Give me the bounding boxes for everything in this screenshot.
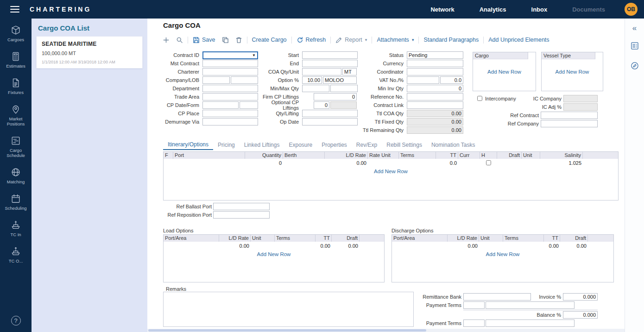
tab-itinerary-options[interactable]: Itinerary/Options [163, 140, 213, 150]
load-options-row[interactable]: 0.00 0.00 0.00 [164, 242, 384, 250]
vat-pct-input[interactable] [440, 76, 463, 84]
reference-no-input[interactable] [407, 93, 463, 100]
mst-contract-input[interactable] [202, 60, 258, 67]
option-type-input[interactable] [323, 76, 357, 84]
sidebar-item-cargo-schedule[interactable]: Cargo Schedule [0, 136, 32, 158]
tab-linked-liftings[interactable]: Linked Liftings [240, 140, 284, 150]
attachments-button[interactable]: Attachments ▾ [373, 37, 417, 43]
option-pct-input[interactable] [302, 76, 322, 84]
save-button[interactable]: Save [189, 37, 219, 44]
sidebar-item-estimates[interactable]: Estimates [0, 51, 32, 69]
col-header[interactable]: TT [316, 235, 332, 242]
col-header[interactable]: Port/Area [164, 235, 219, 242]
col-header[interactable]: Rate Unit [368, 152, 399, 159]
col-header[interactable]: Quantity [245, 152, 283, 159]
contract-link-input[interactable] [407, 101, 463, 109]
user-avatar[interactable]: OB [625, 3, 638, 16]
tab-properties[interactable]: Properties [317, 140, 352, 150]
cp-place-input[interactable] [202, 110, 258, 117]
col-header[interactable]: TT [544, 235, 560, 242]
remarks-textarea[interactable] [163, 292, 414, 327]
demurrage-via-input[interactable] [202, 118, 258, 125]
currency-input[interactable] [407, 60, 463, 67]
payment-terms-code-input[interactable] [463, 301, 485, 309]
sidebar-item-scheduling[interactable]: Scheduling [0, 194, 32, 211]
coa-list-item[interactable]: SEATIDE MARITIME 100,000.00 MT 1/1/2018 … [36, 36, 143, 69]
col-header[interactable]: L/D Rate [448, 235, 479, 242]
intercompany-checkbox[interactable] [477, 96, 482, 101]
optional-cp-liftings-input[interactable] [314, 101, 329, 109]
min-inv-qty-input[interactable] [407, 85, 463, 92]
tab-rev-exp[interactable]: Rev/Exp [352, 140, 382, 150]
expand-panel-button[interactable]: « [632, 24, 637, 32]
help-button[interactable]: ? [0, 316, 32, 326]
cp-form-input[interactable] [240, 101, 258, 109]
col-header[interactable]: Unit [522, 152, 540, 159]
nav-analytics[interactable]: Analytics [480, 6, 506, 13]
discharge-options-add-new-row-link[interactable]: Add New Row [392, 251, 613, 257]
col-header[interactable]: Terms [399, 152, 436, 159]
load-options-add-new-row-link[interactable]: Add New Row [164, 251, 384, 257]
delete-button[interactable] [232, 37, 246, 44]
properties-panel-button[interactable] [630, 41, 639, 52]
nav-inbox[interactable]: Inbox [531, 6, 548, 13]
department-input[interactable] [202, 85, 258, 92]
nav-network[interactable]: Network [430, 6, 454, 13]
status-input[interactable] [407, 51, 463, 59]
ref-ballast-port-input[interactable] [213, 203, 270, 210]
col-header[interactable]: Port [173, 152, 245, 159]
firm-cp-liftings-input[interactable] [314, 93, 357, 100]
col-header[interactable]: Unit [479, 235, 503, 242]
col-header[interactable]: Draft [497, 152, 522, 159]
ref-company-input[interactable] [541, 120, 598, 127]
payment-terms2-desc-input[interactable] [486, 319, 575, 327]
itinerary-row[interactable]: 0 0.00 0.0 1.025 [164, 159, 618, 167]
col-header[interactable]: H [480, 152, 497, 159]
col-header[interactable]: L/D Rate [219, 235, 251, 242]
itinerary-add-new-row-link[interactable]: Add New Row [164, 169, 618, 174]
col-header[interactable]: Port/Area [392, 235, 448, 242]
payment-terms-desc-input[interactable] [486, 301, 575, 309]
col-header[interactable]: F [164, 152, 173, 159]
qty-lifting-input[interactable] [302, 110, 358, 117]
op-date-input[interactable] [302, 118, 358, 125]
vessel-type-add-new-row-link[interactable]: Add New Row [542, 69, 603, 75]
contract-id-dropdown[interactable]: ▼ [202, 51, 258, 59]
start-date-input[interactable] [302, 51, 358, 59]
col-header[interactable]: Terms [503, 235, 544, 242]
tab-nomination-tasks[interactable]: Nomination Tasks [427, 140, 480, 150]
company-input[interactable] [202, 76, 230, 84]
min-qty-input[interactable] [302, 85, 329, 92]
scrollbar-thumb[interactable] [148, 329, 426, 332]
cp-date-input[interactable] [202, 101, 239, 109]
add-button[interactable] [159, 37, 173, 44]
tab-pricing[interactable]: Pricing [213, 140, 240, 150]
lob-input[interactable] [231, 76, 258, 84]
vat-no-input[interactable] [407, 76, 439, 84]
coordinator-input[interactable] [407, 68, 463, 75]
col-header[interactable]: L/D Rate [325, 152, 368, 159]
col-header[interactable]: Draft [560, 235, 588, 242]
sidebar-item-matching[interactable]: Matching [0, 167, 32, 184]
payment-terms2-code-input[interactable] [463, 319, 485, 327]
col-header[interactable]: Salinity [540, 152, 583, 159]
ref-contract-input[interactable] [541, 112, 598, 119]
hamburger-menu-icon[interactable] [10, 6, 19, 13]
end-date-input[interactable] [302, 60, 358, 67]
col-header[interactable]: Berth [283, 152, 325, 159]
balance-pct-input[interactable] [563, 311, 598, 319]
charterer-input[interactable] [202, 68, 258, 75]
coa-qty-input[interactable] [302, 68, 341, 75]
cargo-add-new-row-link[interactable]: Add New Row [473, 69, 536, 75]
discharge-options-row[interactable]: 0.00 0.00 0.00 [392, 242, 613, 250]
standard-paragraphs-button[interactable]: Standard Paragraphs [420, 37, 482, 43]
max-qty-input[interactable] [330, 85, 358, 92]
invoice-pct-input[interactable] [563, 293, 598, 301]
sidebar-item-cargoes[interactable]: Cargoes [0, 25, 32, 42]
refresh-button[interactable]: Refresh [293, 37, 329, 44]
col-header[interactable]: Terms [275, 235, 316, 242]
search-button[interactable] [173, 37, 186, 44]
tab-rebill-settings[interactable]: Rebill Settings [382, 140, 427, 150]
horizontal-scrollbar[interactable] [147, 329, 625, 332]
coa-unit-input[interactable] [342, 68, 357, 75]
